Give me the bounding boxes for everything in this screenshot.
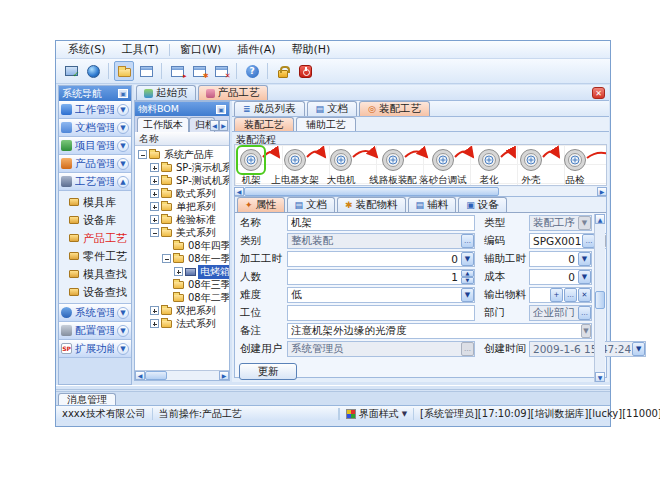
work-hours-field[interactable]: 0▼ (287, 251, 475, 267)
tab-equipment[interactable]: ▣设备 (458, 197, 507, 212)
tab-assembly-materials[interactable]: ✱装配物料 (337, 197, 406, 212)
tab-documents[interactable]: ▤文档 (307, 101, 358, 116)
tab-product-process[interactable]: 产品工艺 (198, 85, 268, 100)
scroll-right-icon[interactable]: ▶ (219, 120, 228, 131)
difficulty-field[interactable]: 低▼ (287, 287, 475, 303)
sidebar-item-product-process[interactable]: 产品工艺 (59, 229, 131, 247)
tree-node[interactable]: 双把系列 (135, 304, 229, 317)
sidebar-item-equipment-search[interactable]: 设备查找 (59, 283, 131, 301)
exit-icon[interactable] (295, 61, 315, 81)
chevron-down-icon[interactable]: ▼ (461, 288, 474, 302)
folder-icon[interactable] (114, 61, 134, 81)
ellipsis-icon[interactable]: … (578, 306, 591, 320)
collapse-icon[interactable] (162, 254, 171, 263)
sidebar-group-project[interactable]: 项目管理▼ (59, 137, 131, 155)
menu-window[interactable]: 窗口(W) (172, 41, 229, 58)
remark-field[interactable]: 注意机架外边缘的光滑度▼ (287, 323, 592, 339)
scroll-left-icon[interactable]: ◀ (234, 187, 244, 196)
spin-down-icon[interactable]: ▼ (461, 277, 474, 284)
tab-auxiliary-materials[interactable]: ▤辅料 (408, 197, 457, 212)
tree-node[interactable]: 单把系列 (135, 200, 229, 213)
expand-icon[interactable] (174, 267, 183, 276)
expand-icon[interactable] (150, 176, 159, 185)
scroll-left-icon[interactable]: ◀ (210, 120, 219, 131)
close-icon[interactable]: ✕ (592, 87, 605, 99)
computer-connect-icon[interactable] (61, 61, 81, 81)
tree-node[interactable]: 08年一季度 (135, 252, 229, 265)
scrollbar-thumb[interactable] (595, 291, 605, 309)
expand-icon[interactable] (150, 189, 159, 198)
sidebar-collapse-icon[interactable]: ▣ (118, 89, 128, 98)
assembly-flow-canvas[interactable]: 机架 上电器支架 大电机 线路板装配 落砂台调试 老化 外壳 品检 (234, 144, 607, 186)
name-field[interactable]: 机架 (287, 215, 475, 231)
tree-node[interactable]: 08年二季度 (135, 291, 229, 304)
sidebar-group-product[interactable]: 产品管理▼ (59, 155, 131, 173)
tree-node-selected[interactable]: 电烤箱 (135, 265, 229, 278)
tree-node[interactable]: 08年四季度 (135, 239, 229, 252)
tree-horizontal-scrollbar[interactable]: ◀ ▶ (135, 370, 229, 380)
menu-plugins[interactable]: 插件(A) (229, 41, 283, 58)
tab-auxiliary[interactable]: 辅助工艺 (296, 117, 356, 131)
sidebar-item-part-process[interactable]: 零件工艺 (59, 247, 131, 265)
splitter[interactable] (56, 385, 610, 392)
chevron-up-icon[interactable]: ▲ (117, 176, 129, 188)
flow-horizontal-scrollbar[interactable]: ◀ ▶ (234, 187, 607, 196)
ui-style-selector[interactable]: 界面样式▼ (340, 408, 414, 420)
tree-node[interactable]: 检验标准 (135, 213, 229, 226)
collapse-icon[interactable] (150, 228, 159, 237)
sidebar-group-extension[interactable]: SP扩展功能▼ (59, 340, 131, 358)
expand-icon[interactable] (150, 319, 159, 328)
chevron-down-icon[interactable]: ▼ (632, 342, 645, 356)
people-field[interactable]: 1▲▼ (287, 269, 475, 285)
chevron-down-icon[interactable]: ▼ (581, 324, 591, 338)
type-field[interactable]: 装配工序▼ (529, 215, 592, 231)
chevron-down-icon[interactable]: ▼ (117, 104, 129, 116)
collapse-icon[interactable] (138, 150, 147, 159)
aux-hours-field[interactable]: 0▼ (529, 251, 592, 267)
ellipsis-icon[interactable]: … (461, 342, 474, 356)
creator-field[interactable]: 系统管理员… (287, 341, 475, 357)
form-new-icon[interactable] (189, 61, 209, 81)
tree-node[interactable]: 欧式系列 (135, 187, 229, 200)
sidebar-group-system[interactable]: 系统管理▼ (59, 304, 131, 322)
expand-icon[interactable] (150, 306, 159, 315)
tab-message-management[interactable]: 消息管理 (58, 393, 116, 405)
ellipsis-icon[interactable]: … (564, 288, 577, 302)
department-field[interactable]: 企业部门… (529, 305, 592, 321)
scroll-right-icon[interactable]: ▶ (219, 371, 229, 380)
flow-node[interactable]: 大电机 (311, 147, 371, 186)
tab-member-list[interactable]: ≣成员列表 (234, 101, 305, 116)
lock-icon[interactable] (273, 61, 293, 81)
tab-assembly[interactable]: 装配工艺 (234, 117, 294, 131)
tree-node[interactable]: 法式系列 (135, 317, 229, 330)
tree-node[interactable]: SP-测试机系列 (135, 174, 229, 187)
tab-start-page[interactable]: 起始页 (136, 85, 196, 100)
scrollbar-thumb[interactable] (145, 371, 167, 380)
scroll-down-icon[interactable]: ▼ (595, 372, 605, 382)
flow-node[interactable]: 品检 (545, 147, 605, 186)
update-button[interactable]: 更新 (239, 363, 297, 380)
create-time-field[interactable]: 2009-1-6 15:47:24▼ (529, 341, 646, 357)
tree-node[interactable]: SP-演示机系列 (135, 161, 229, 174)
menu-help[interactable]: 帮助(H) (283, 41, 338, 58)
chevron-down-icon[interactable]: ▼ (578, 216, 591, 230)
form-import-icon[interactable] (167, 61, 187, 81)
sidebar-group-document[interactable]: 文档管理▼ (59, 119, 131, 137)
chevron-down-icon[interactable]: ▼ (117, 307, 129, 319)
help-icon[interactable]: ? (242, 61, 262, 81)
form-close-icon[interactable] (211, 61, 231, 81)
chevron-down-icon[interactable]: ▼ (117, 343, 129, 355)
scroll-right-icon[interactable]: ▶ (597, 187, 607, 196)
menu-tools[interactable]: 工具(T) (114, 41, 167, 58)
pin-icon[interactable]: ▣ (216, 105, 226, 114)
sidebar-item-mold-library[interactable]: 模具库 (59, 193, 131, 211)
chevron-down-icon[interactable]: ▼ (461, 252, 474, 266)
tab-prop-documents[interactable]: ▤文档 (287, 197, 336, 212)
clear-icon[interactable]: ✕ (578, 288, 591, 302)
scrollbar-thumb[interactable] (244, 187, 499, 196)
chevron-down-icon[interactable]: ▼ (117, 140, 129, 152)
sidebar-group-work[interactable]: 工作管理▼ (59, 101, 131, 119)
chevron-down-icon[interactable]: ▼ (578, 252, 591, 266)
sidebar-group-config[interactable]: 配置管理▼ (59, 322, 131, 340)
expand-icon[interactable] (150, 202, 159, 211)
